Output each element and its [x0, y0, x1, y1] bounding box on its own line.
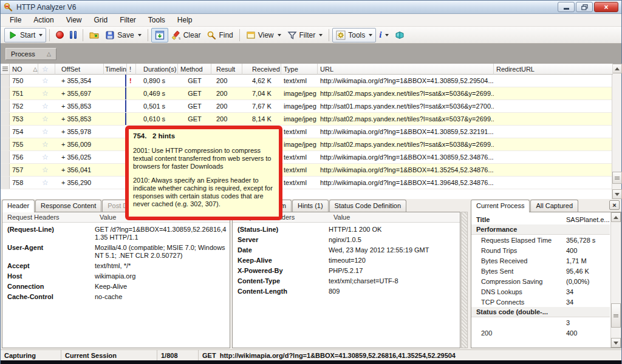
request-row-754[interactable]: 754☆+ 355,978text/xmlhttp://wikimapia.or… — [1, 126, 613, 138]
view-menu-button[interactable]: View — [243, 29, 284, 42]
column-header-received[interactable]: Received — [242, 64, 281, 75]
menu-file[interactable]: File — [4, 14, 27, 26]
stat-label: DNS Lookups — [471, 288, 566, 295]
cell-fav[interactable]: ☆ — [38, 164, 55, 176]
response-value-column[interactable]: Value — [329, 214, 350, 221]
menu-filter[interactable]: Filter — [114, 14, 142, 26]
cell-fav[interactable]: ☆ — [38, 75, 55, 87]
info-button[interactable]: i — [376, 28, 392, 42]
scroll-up-icon[interactable] — [612, 64, 622, 73]
column-header-alert[interactable]: ! — [127, 64, 136, 75]
menu-view[interactable]: View — [61, 14, 87, 26]
cell-url: http://wikimapia.org/d?lng=1&BBOX=41.308… — [318, 75, 494, 87]
cell-fav[interactable]: ☆ — [38, 100, 55, 112]
request-row-752[interactable]: 752☆+ 355,8530,501 sGET2007,67 Kimage/jp… — [1, 100, 613, 113]
find-button[interactable]: Find — [203, 29, 236, 42]
tools-dropdown-icon[interactable] — [369, 34, 372, 36]
start-button[interactable]: Start — [4, 28, 46, 42]
request-value-column[interactable]: Value — [95, 214, 116, 221]
cell-fav[interactable]: ☆ — [38, 138, 55, 150]
close-button[interactable]: × — [594, 2, 618, 12]
header-name: (Status-Line) — [233, 224, 329, 235]
group-by-process[interactable]: Process △ — [5, 48, 56, 60]
minimize-button[interactable] — [558, 2, 575, 12]
tools-menu-button[interactable]: Tools — [332, 28, 376, 42]
cell-fav[interactable]: ☆ — [38, 87, 55, 99]
pane-splitter[interactable] — [461, 212, 468, 348]
scroll-down-icon[interactable] — [611, 338, 621, 348]
column-header-timeline[interactable]: Timeline — [104, 64, 127, 75]
menu-action[interactable]: Action — [28, 14, 59, 26]
request-row-750[interactable]: 750☆+ 355,354!0,890 sGET2004,62 Ktext/xm… — [1, 75, 613, 87]
cell-fav[interactable]: ☆ — [38, 126, 55, 138]
column-header-offset[interactable]: OffSet — [55, 64, 104, 75]
restore-button[interactable] — [576, 2, 593, 12]
cell-method: GET — [178, 113, 211, 125]
info-dropdown-icon[interactable] — [385, 34, 389, 36]
column-header-method[interactable]: Method — [178, 64, 211, 75]
cell-text: http://wikimapia.org/d?lng=1&BBOX=41.308… — [318, 77, 494, 84]
view-window-icon — [246, 30, 256, 40]
session-label: Current Session — [61, 350, 157, 360]
filter-dropdown-icon[interactable] — [319, 34, 323, 36]
column-header-rowmark[interactable] — [1, 64, 10, 75]
request-row-755[interactable]: 755☆+ 356,009image/jpeghttp://sat02.maps… — [1, 138, 613, 151]
request-row-757[interactable]: 757☆+ 356,041text/xmlhttp://wikimapia.or… — [1, 164, 613, 177]
cell-fav[interactable]: ☆ — [38, 177, 55, 189]
taskbar-strip — [1, 360, 621, 364]
tab-header[interactable]: Header — [2, 200, 35, 212]
column-header-redirect[interactable]: RedirectURL — [494, 64, 613, 75]
request-headers-column[interactable]: Request Headers — [2, 214, 95, 221]
column-header-result[interactable]: Result — [211, 64, 242, 75]
view-dropdown-icon[interactable] — [278, 34, 281, 36]
autoscroll-toggle[interactable] — [151, 28, 168, 42]
column-header-duration[interactable]: Duration(s) — [136, 64, 178, 75]
cell-timeline — [104, 138, 127, 150]
help-book-button[interactable] — [392, 29, 408, 42]
column-header-type[interactable]: Type — [281, 64, 318, 75]
request-row-756[interactable]: 756☆+ 356,025text/xmlhttp://wikimapia.or… — [1, 151, 613, 164]
save-button[interactable]: Save — [102, 29, 144, 42]
cell-text: 753 — [10, 115, 23, 123]
column-header-fav[interactable]: ☆ — [38, 64, 55, 75]
scroll-down-icon[interactable] — [612, 189, 622, 199]
menu-grid[interactable]: Grid — [89, 14, 114, 26]
start-dropdown-icon[interactable] — [39, 34, 43, 36]
cell-text: 754 — [10, 128, 23, 135]
save-dropdown-icon[interactable] — [138, 34, 142, 36]
cell-redirect — [494, 113, 613, 125]
column-header-no[interactable]: NO△ — [10, 64, 38, 75]
cell-alert — [127, 113, 136, 125]
cell-text: GET — [188, 103, 202, 110]
cell-type: text/xml — [281, 75, 318, 87]
cell-rowmark — [1, 164, 10, 176]
tab-hints-1-[interactable]: Hints (1) — [292, 200, 329, 212]
request-row-758[interactable]: 758☆+ 356,290text/xmlhttp://wikimapia.or… — [1, 177, 613, 189]
stats-scrollbar[interactable] — [610, 212, 620, 348]
stop-button[interactable] — [53, 29, 67, 41]
cell-no: 755 — [10, 138, 38, 150]
scroll-thumb[interactable] — [611, 303, 621, 328]
cell-duration: 0,890 s — [136, 75, 178, 87]
grid-scrollbar[interactable] — [612, 64, 621, 199]
column-header-url[interactable]: URL — [318, 64, 494, 75]
tab-status-code-definition[interactable]: Status Code Definition — [329, 200, 406, 212]
filter-menu-button[interactable]: Filter — [284, 29, 326, 42]
request-row-753[interactable]: 753☆+ 355,8530,610 sGET2008,14 Kimage/jp… — [1, 113, 613, 126]
cell-text: 200 — [211, 77, 227, 84]
menu-tools[interactable]: Tools — [143, 14, 171, 26]
cell-duration: 0,610 s — [136, 113, 178, 125]
cell-fav[interactable]: ☆ — [38, 151, 55, 163]
cell-fav[interactable]: ☆ — [38, 113, 55, 125]
menu-help[interactable]: Help — [172, 14, 198, 26]
tab-all-captured[interactable]: All Captured — [530, 200, 578, 212]
clear-button[interactable]: Clear — [168, 29, 204, 42]
request-row-751[interactable]: 751☆+ 355,6970,469 sGET2007,04 Kimage/jp… — [1, 87, 613, 100]
close-panel-button[interactable]: × — [609, 200, 620, 210]
scroll-thumb[interactable] — [612, 172, 622, 184]
open-button[interactable] — [86, 29, 102, 42]
scroll-up-icon[interactable] — [611, 212, 621, 222]
tab-current-process[interactable]: Current Process — [471, 200, 530, 212]
pause-button[interactable] — [67, 29, 80, 41]
tab-response-content[interactable]: Response Content — [35, 200, 101, 212]
